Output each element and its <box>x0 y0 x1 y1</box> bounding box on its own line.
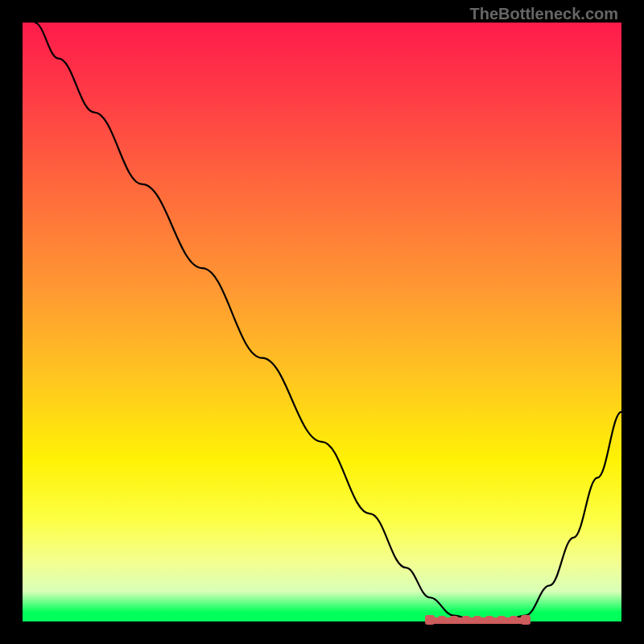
credit-text: TheBottleneck.com <box>470 5 618 23</box>
plot-area <box>23 23 621 621</box>
bottleneck-curve <box>23 23 621 621</box>
chart-frame: TheBottleneck.com <box>0 0 644 644</box>
optimal-range-bar <box>430 617 526 624</box>
